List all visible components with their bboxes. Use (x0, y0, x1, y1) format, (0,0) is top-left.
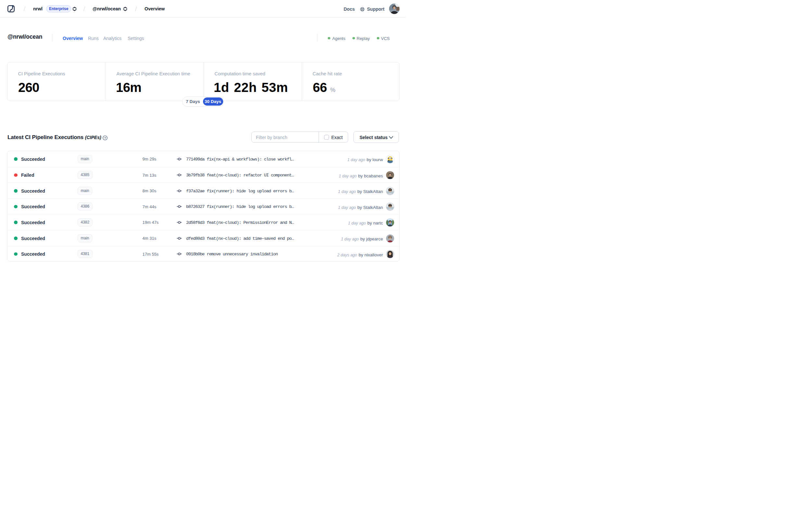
svg-text:?: ? (104, 136, 106, 139)
